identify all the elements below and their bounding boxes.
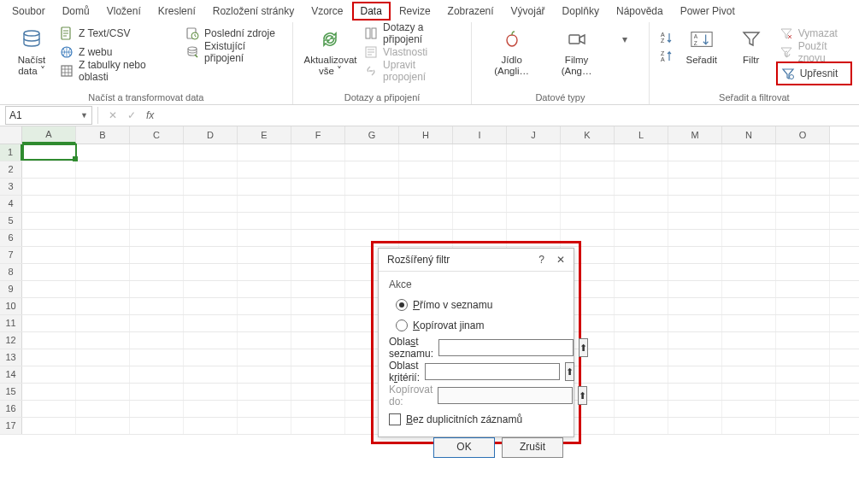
cell[interactable] xyxy=(291,213,345,229)
column-header[interactable]: A xyxy=(22,126,76,144)
cell[interactable] xyxy=(668,264,722,280)
cell[interactable] xyxy=(722,332,776,349)
cell[interactable] xyxy=(22,144,76,161)
cell[interactable] xyxy=(184,230,238,246)
cell[interactable] xyxy=(722,401,776,417)
cell[interactable] xyxy=(238,332,291,349)
criteria-range-input[interactable] xyxy=(425,363,560,380)
cell[interactable] xyxy=(238,281,291,297)
column-header[interactable]: K xyxy=(561,126,615,144)
cell[interactable] xyxy=(722,281,776,297)
cell[interactable] xyxy=(776,144,830,161)
column-header[interactable]: F xyxy=(291,126,345,144)
cell[interactable] xyxy=(722,213,776,229)
cell[interactable] xyxy=(615,213,668,229)
cell[interactable] xyxy=(22,213,76,229)
cell[interactable] xyxy=(722,418,776,434)
cell[interactable] xyxy=(507,179,561,195)
cell[interactable] xyxy=(291,418,345,434)
menu-zobrazeni[interactable]: Zobrazení xyxy=(439,2,503,21)
cell[interactable] xyxy=(507,196,561,212)
cell[interactable] xyxy=(615,298,668,314)
cell[interactable] xyxy=(130,179,184,195)
cell[interactable] xyxy=(615,179,668,195)
datatype-dropdown[interactable]: ▾ xyxy=(609,24,642,56)
menu-vlozeni[interactable]: Vložení xyxy=(98,2,150,21)
cell[interactable] xyxy=(615,264,668,280)
dialog-close-button[interactable]: ✕ xyxy=(556,254,565,266)
cell[interactable] xyxy=(184,349,238,366)
cell[interactable] xyxy=(615,247,668,263)
cell[interactable] xyxy=(615,366,668,383)
formula-input[interactable] xyxy=(159,106,859,125)
cell[interactable] xyxy=(615,384,668,400)
cell[interactable] xyxy=(776,161,830,178)
cell[interactable] xyxy=(291,179,345,195)
cell[interactable] xyxy=(776,281,830,297)
cell[interactable] xyxy=(238,349,291,366)
column-header[interactable]: O xyxy=(776,126,830,144)
column-header[interactable]: M xyxy=(668,126,722,144)
column-header[interactable]: L xyxy=(615,126,668,144)
datatype-movies-button[interactable]: Filmy (Ang… xyxy=(544,24,609,79)
cell[interactable] xyxy=(184,384,238,400)
cell[interactable] xyxy=(776,230,830,246)
cell[interactable] xyxy=(668,247,722,263)
cell[interactable] xyxy=(76,247,130,263)
cell[interactable] xyxy=(615,315,668,331)
cell[interactable] xyxy=(507,144,561,161)
cell[interactable] xyxy=(22,264,76,280)
row-header[interactable]: 9 xyxy=(0,281,22,297)
cell[interactable] xyxy=(238,384,291,400)
cell[interactable] xyxy=(668,213,722,229)
cell[interactable] xyxy=(130,366,184,383)
cell[interactable] xyxy=(184,366,238,383)
cell[interactable] xyxy=(184,144,238,161)
menu-data[interactable]: Data xyxy=(352,2,391,21)
cell[interactable] xyxy=(238,247,291,263)
row-header[interactable]: 11 xyxy=(0,315,22,331)
menu-soubor[interactable]: Soubor xyxy=(3,2,54,21)
cell[interactable] xyxy=(561,144,615,161)
sort-button[interactable]: AZ Seřadit xyxy=(677,24,727,67)
cell[interactable] xyxy=(76,418,130,434)
cell[interactable] xyxy=(238,315,291,331)
cell[interactable] xyxy=(615,332,668,349)
cell[interactable] xyxy=(291,196,345,212)
cell[interactable] xyxy=(722,247,776,263)
cell[interactable] xyxy=(615,281,668,297)
checkbox-icon[interactable] xyxy=(389,413,401,425)
cell[interactable] xyxy=(130,196,184,212)
cell[interactable] xyxy=(76,264,130,280)
cell[interactable] xyxy=(776,213,830,229)
cell[interactable] xyxy=(561,196,615,212)
cell[interactable] xyxy=(615,144,668,161)
cell[interactable] xyxy=(22,332,76,349)
cell[interactable] xyxy=(238,401,291,417)
cell[interactable] xyxy=(722,144,776,161)
cell[interactable] xyxy=(615,196,668,212)
cell[interactable] xyxy=(453,179,507,195)
cell[interactable] xyxy=(776,179,830,195)
load-data-button[interactable]: Načístdata ˅ xyxy=(7,24,56,79)
cell[interactable] xyxy=(76,196,130,212)
row-header[interactable]: 17 xyxy=(0,418,22,434)
cell[interactable] xyxy=(453,196,507,212)
cell[interactable] xyxy=(130,401,184,417)
cell[interactable] xyxy=(130,230,184,246)
cell[interactable] xyxy=(22,298,76,314)
cell[interactable] xyxy=(507,161,561,178)
cell[interactable] xyxy=(722,315,776,331)
row-header[interactable]: 16 xyxy=(0,401,22,417)
cell[interactable] xyxy=(668,366,722,383)
menu-doplnky[interactable]: Doplňky xyxy=(554,2,608,21)
cell[interactable] xyxy=(776,418,830,434)
cell[interactable] xyxy=(22,247,76,263)
cell[interactable] xyxy=(291,161,345,178)
cell[interactable] xyxy=(668,349,722,366)
cell[interactable] xyxy=(291,366,345,383)
row-header[interactable]: 10 xyxy=(0,298,22,314)
cell[interactable] xyxy=(291,264,345,280)
ok-button[interactable]: OK xyxy=(433,437,495,458)
cell[interactable] xyxy=(776,247,830,263)
